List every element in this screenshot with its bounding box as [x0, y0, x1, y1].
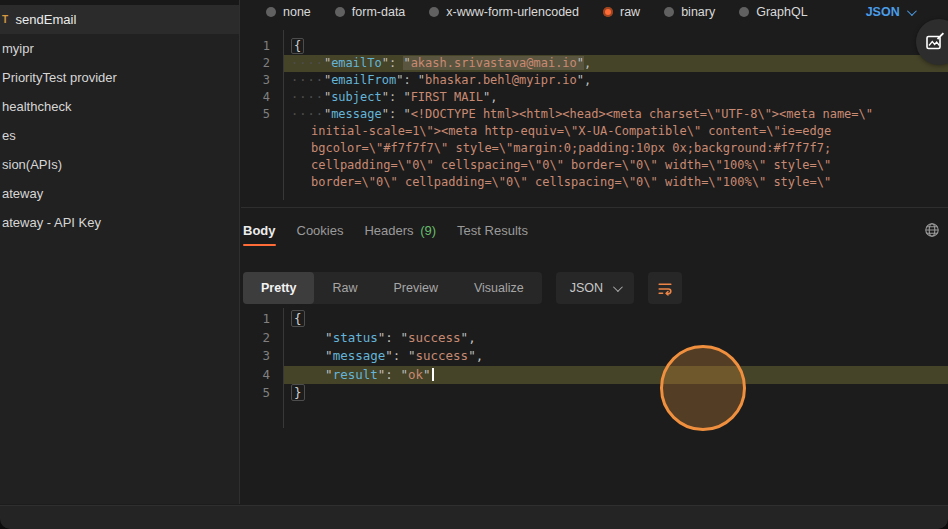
line-number: 2 — [241, 329, 283, 348]
code-content: initial-scale=1\"><meta http-equiv=\"X-U… — [283, 123, 948, 140]
code-content: "status": "success", — [283, 329, 948, 348]
body-type-options: noneform-datax-www-form-urlencodedrawbin… — [266, 5, 808, 19]
response-tab-cookies[interactable]: Cookies — [297, 223, 344, 238]
sidebar-item-sendemail[interactable]: TsendEmail — [0, 5, 239, 34]
text-cursor — [432, 368, 434, 381]
wrap-lines-icon — [657, 280, 673, 296]
body-type-option-raw[interactable]: raw — [603, 5, 640, 19]
main-panel: noneform-datax-www-form-urlencodedrawbin… — [241, 0, 948, 504]
view-mode-tabs: PrettyRawPreviewVisualize — [243, 272, 542, 304]
line-number: 4 — [241, 89, 283, 106]
request-body-editor[interactable]: 1{2····"emailTo": "akash.srivastava@mai.… — [241, 30, 948, 200]
radio-icon — [664, 7, 674, 17]
code-content: "result": "ok" — [283, 366, 948, 385]
code-content: ····"subject": "FIRST MAIL", — [283, 89, 948, 106]
code-content: cellpadding=\"0\" cellspacing=\"0\" bord… — [283, 157, 948, 174]
request-language-dropdown[interactable]: JSON — [866, 5, 914, 19]
radio-icon — [739, 7, 749, 17]
sidebar-item-myipr[interactable]: myipr — [0, 34, 239, 63]
code-line: 5} — [241, 384, 948, 403]
code-line: 3 "message": "success", — [241, 347, 948, 366]
code-line: 4····"subject": "FIRST MAIL", — [241, 89, 948, 106]
code-content: { — [283, 310, 948, 329]
response-tabs: BodyCookiesHeaders (9)Test Results — [243, 215, 948, 245]
sidebar-item-sion-apis-[interactable]: sion(APIs) — [0, 150, 239, 179]
body-type-option-GraphQL[interactable]: GraphQL — [739, 5, 807, 19]
sidebar-item-es[interactable]: es — [0, 121, 239, 150]
body-type-option-form-data[interactable]: form-data — [335, 5, 406, 19]
radio-icon — [335, 7, 345, 17]
code-line: 4 "result": "ok" — [241, 366, 948, 385]
line-number: 2 — [241, 55, 283, 72]
response-language-dropdown[interactable]: JSON — [556, 272, 634, 304]
wrap-lines-button[interactable] — [648, 272, 682, 304]
network-info-button[interactable] — [924, 222, 940, 238]
code-line: border=\"0\" cellpadding=\"0\" cellspaci… — [241, 174, 948, 191]
code-line: 1{ — [241, 310, 948, 329]
body-type-option-binary[interactable]: binary — [664, 5, 715, 19]
line-number — [241, 174, 283, 191]
sidebar-item-ateway-api-key[interactable]: ateway - API Key — [0, 208, 239, 237]
response-tab-body[interactable]: Body — [243, 223, 276, 238]
body-type-label: x-www-form-urlencoded — [446, 5, 579, 19]
code-content: { — [283, 38, 948, 55]
sidebar-item-label: ateway — [2, 186, 43, 201]
response-language-label: JSON — [570, 281, 603, 295]
line-number: 5 — [241, 384, 283, 403]
sidebar-item-label: ateway - API Key — [2, 215, 101, 230]
code-line: initial-scale=1\"><meta http-equiv=\"X-U… — [241, 123, 948, 140]
gutter-divider — [283, 308, 284, 428]
request-language-label: JSON — [866, 5, 900, 19]
sidebar-item-label: sendEmail — [16, 12, 77, 27]
image-edit-icon — [925, 32, 945, 52]
line-number — [241, 140, 283, 157]
code-content: } — [283, 384, 948, 403]
footer-bar — [0, 505, 948, 529]
request-response-divider — [241, 207, 948, 208]
code-line: cellpadding=\"0\" cellspacing=\"0\" bord… — [241, 157, 948, 174]
sidebar-item-prioritytest-provider[interactable]: PriorityTest provider — [0, 63, 239, 92]
headers-count-badge: (9) — [417, 223, 437, 238]
radio-icon — [429, 7, 439, 17]
code-content: border=\"0\" cellpadding=\"0\" cellspaci… — [283, 174, 948, 191]
body-type-label: binary — [681, 5, 715, 19]
code-line: 5····"message": "<!DOCTYPE html><html><h… — [241, 106, 948, 123]
view-tab-pretty[interactable]: Pretty — [243, 272, 314, 304]
view-tab-preview[interactable]: Preview — [375, 272, 455, 304]
code-line: 2····"emailTo": "akash.srivastava@mai.io… — [241, 55, 948, 72]
radio-icon — [603, 7, 613, 17]
body-type-option-x-www-form-urlencoded[interactable]: x-www-form-urlencoded — [429, 5, 579, 19]
sidebar-item-ateway[interactable]: ateway — [0, 179, 239, 208]
response-tab-test-results[interactable]: Test Results — [457, 223, 528, 238]
sidebar-item-healthcheck[interactable]: healthcheck — [0, 92, 239, 121]
line-number: 3 — [241, 72, 283, 89]
sidebar-item-label: PriorityTest provider — [2, 70, 117, 85]
line-number: 5 — [241, 106, 283, 123]
line-number: 1 — [241, 310, 283, 329]
code-content: ····"emailFrom": "bhaskar.behl@myipr.io"… — [283, 72, 948, 89]
code-content: ····"emailTo": "akash.srivastava@mai.io"… — [283, 55, 948, 72]
body-type-option-none[interactable]: none — [266, 5, 311, 19]
view-tab-raw[interactable]: Raw — [314, 272, 375, 304]
sidebar-item-label: myipr — [2, 41, 34, 56]
code-content: "message": "success", — [283, 347, 948, 366]
body-type-label: form-data — [352, 5, 406, 19]
line-number: 4 — [241, 366, 283, 385]
request-method-fragment: T — [2, 14, 9, 25]
view-tab-visualize[interactable]: Visualize — [456, 272, 542, 304]
sidebar: TsendEmailmyiprPriorityTest providerheal… — [0, 0, 240, 504]
body-type-bar: noneform-datax-www-form-urlencodedrawbin… — [241, 0, 948, 24]
response-tab-headers[interactable]: Headers (9) — [364, 223, 436, 238]
radio-icon — [266, 7, 276, 17]
body-type-label: raw — [620, 5, 640, 19]
code-line: bgcolor=\"#f7f7f7\" style=\"margin:0;pad… — [241, 140, 948, 157]
response-body-editor[interactable]: 1{2 "status": "success",3 "message": "su… — [241, 308, 948, 428]
code-content: bgcolor=\"#f7f7f7\" style=\"margin:0;pad… — [283, 140, 948, 157]
sidebar-item-label: sion(APIs) — [2, 157, 62, 172]
sidebar-item-label: es — [2, 128, 16, 143]
globe-icon — [924, 222, 940, 238]
body-type-label: none — [283, 5, 311, 19]
sidebar-list: TsendEmailmyiprPriorityTest providerheal… — [0, 5, 239, 237]
chevron-down-icon — [613, 282, 623, 292]
line-number — [241, 157, 283, 174]
